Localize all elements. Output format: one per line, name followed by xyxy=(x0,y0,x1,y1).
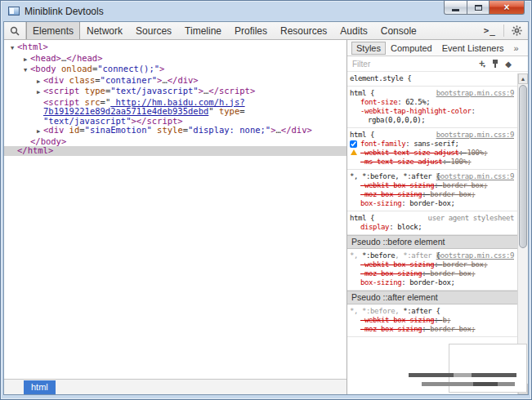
twisty-icon[interactable]: ▼ xyxy=(20,64,30,76)
property-name: box-sizing xyxy=(360,278,401,287)
property-name: -moz-box-sizing xyxy=(360,190,422,198)
syntax-token: <script xyxy=(43,86,79,96)
tab-elements[interactable]: Elements xyxy=(26,22,80,39)
sidebar-tab-computed[interactable]: Computed xyxy=(386,42,437,55)
property-colon: : xyxy=(401,199,409,207)
tab-resources[interactable]: Resources xyxy=(274,22,333,39)
rule-selector[interactable]: element.style { xyxy=(350,74,516,83)
tab-timeline[interactable]: Timeline xyxy=(178,22,228,39)
scroll-up-arrow[interactable]: ▲ xyxy=(518,73,528,84)
css-property[interactable]: -moz-box-sizing: border-box; xyxy=(350,190,516,199)
minimize-button[interactable] xyxy=(444,1,467,15)
css-property[interactable]: -webkit-tap-highlight-color: rgba(0,0,0,… xyxy=(350,107,516,125)
syntax-token: <body xyxy=(30,64,56,73)
css-property[interactable]: -ms-text-size-adjust: 100%; xyxy=(350,158,516,167)
breadcrumb-item-html[interactable]: html xyxy=(24,380,56,394)
stylesheet-link[interactable]: bootstrap.min.css:9 xyxy=(436,131,514,140)
twisty-spacer xyxy=(34,98,43,100)
tree-row[interactable]: ▶<div id="sinaEmotion" style="display: n… xyxy=(4,126,346,137)
twisty-icon[interactable]: ▶ xyxy=(20,54,30,65)
tab-profiles[interactable]: Profiles xyxy=(228,22,274,39)
selector-text: *, *:before, *:after xyxy=(350,172,431,180)
tree-row[interactable]: </body> xyxy=(4,137,346,147)
console-drawer-toggle[interactable]: >_ xyxy=(478,22,502,39)
twisty-icon[interactable]: ▶ xyxy=(34,76,43,87)
syntax-token: </head> xyxy=(66,53,102,63)
tree-row[interactable]: ▶<div class="container">…</div> xyxy=(4,76,346,87)
css-property[interactable]: font-size: 62.5%; xyxy=(350,98,516,107)
syntax-token: class xyxy=(64,75,95,85)
stylesheet-link[interactable]: bootstrap.min.css:9 xyxy=(436,172,514,181)
tab-audits[interactable]: Audits xyxy=(333,22,373,39)
property-value: border-box; xyxy=(442,260,487,269)
window-controls: × xyxy=(444,1,525,15)
property-value: sans-serif; xyxy=(414,140,458,148)
close-icon: × xyxy=(503,2,509,13)
style-rule: html {bootstrap.min.css:9font-family: sa… xyxy=(347,128,517,170)
selector-text: html xyxy=(350,131,366,139)
rule-selector[interactable]: html {bootstrap.min.css:9 xyxy=(350,89,516,98)
close-button[interactable]: × xyxy=(490,1,525,15)
tab-console[interactable]: Console xyxy=(374,22,423,39)
css-property[interactable]: -webkit-box-sizing: border-box; xyxy=(350,260,516,269)
css-property[interactable]: -webkit-box-sizing: b; xyxy=(350,316,516,325)
rule-selector[interactable]: html {user agent stylesheet xyxy=(350,214,516,223)
tree-row[interactable]: ▼<body onload="connect();"> xyxy=(4,64,346,76)
css-property[interactable]: -webkit-box-sizing: border-box; xyxy=(350,181,516,190)
computed-sidebar-toggle[interactable]: ◆ xyxy=(502,60,515,69)
twisty-icon[interactable]: ▶ xyxy=(34,87,43,98)
tab-network[interactable]: Network xyxy=(80,22,129,39)
toggle-element-state-button[interactable] xyxy=(489,60,502,68)
rule-selector[interactable]: html {bootstrap.min.css:9 xyxy=(350,131,516,140)
property-value: 100%; xyxy=(450,158,471,166)
property-value: border-box; xyxy=(430,190,475,198)
syntax-token: "sinaEmotion" xyxy=(85,125,152,135)
tree-row[interactable]: ▼<html> xyxy=(4,42,346,54)
css-property[interactable]: -webkit-text-size-adjust: 100%; xyxy=(350,149,516,158)
tree-row[interactable]: <script src=" http://hm.baidu.com/h.js?7… xyxy=(4,98,346,127)
syntax-token: "container" xyxy=(101,75,158,85)
css-property[interactable]: -moz-box-sizing: border-box; xyxy=(350,269,516,278)
scrollbar-thumb[interactable] xyxy=(519,85,527,248)
property-colon: : xyxy=(405,140,414,148)
stylesheet-link[interactable]: bootstrap.min.css:9 xyxy=(436,89,514,98)
titlebar[interactable]: Miniblink Devtools × xyxy=(1,1,531,21)
main-split: ▼<html>▶<head>…</head>▼<body onload="con… xyxy=(4,40,528,394)
sidebar-tabs-overflow-chevron[interactable]: » xyxy=(509,42,524,55)
rule-selector[interactable]: *, *:before, *:after {bootstrap.min.css:… xyxy=(350,172,516,181)
css-property[interactable]: display: block; xyxy=(350,223,516,232)
inspect-element-button[interactable] xyxy=(4,22,26,39)
twisty-icon[interactable]: ▶ xyxy=(34,126,43,137)
css-property[interactable]: box-sizing: border-box; xyxy=(350,199,516,208)
css-property[interactable]: -moz-box-sizing: border-box; xyxy=(350,325,516,334)
new-style-rule-button[interactable]: +▾ xyxy=(476,59,489,69)
syntax-token: </div> xyxy=(168,75,199,85)
tree-row-text: <html> xyxy=(17,42,48,52)
pseudo-section-header: Pseudo ::before element xyxy=(347,235,517,249)
rule-selector[interactable]: *, *:before, *:after { xyxy=(350,307,516,316)
tab-sources[interactable]: Sources xyxy=(129,22,178,39)
render-glitch-bar xyxy=(409,373,516,377)
sidebar-tab-event-listeners[interactable]: Event Listeners xyxy=(437,42,509,55)
sidebar-tab-styles[interactable]: Styles xyxy=(351,42,386,55)
settings-button[interactable] xyxy=(506,22,528,39)
filter-input[interactable]: Filter xyxy=(352,60,370,69)
open-brace: { xyxy=(366,214,374,222)
syntax-token: =" xyxy=(101,97,111,107)
maximize-button[interactable] xyxy=(467,1,490,15)
tree-row[interactable]: </html> xyxy=(4,146,346,156)
tree-row[interactable]: ▶<script type="text/javascript">…</scrip… xyxy=(4,87,346,98)
twisty-icon[interactable]: ▼ xyxy=(7,42,17,54)
css-property[interactable]: box-sizing: border-box; xyxy=(350,278,516,287)
tree-row[interactable]: ▶<head>…</head> xyxy=(4,54,346,65)
css-property[interactable]: font-family: sans-serif; xyxy=(350,140,516,149)
syntax-token: </body> xyxy=(30,136,66,146)
property-checkbox[interactable] xyxy=(350,140,357,148)
property-name: -webkit-box-sizing xyxy=(360,260,434,269)
tree-row-text: <div class="container">…</div> xyxy=(43,76,199,86)
resource-link[interactable]: 7b1919221e89d2aa5711e4deb935debd xyxy=(43,106,208,116)
stylesheet-link[interactable]: bootstrap.min.css:9 xyxy=(436,251,514,260)
resource-link[interactable]: http://hm.baidu.com/h.js? xyxy=(110,97,244,107)
open-brace: { xyxy=(366,89,374,97)
rule-selector[interactable]: *, *:before, *:after {bootstrap.min.css:… xyxy=(350,251,516,260)
